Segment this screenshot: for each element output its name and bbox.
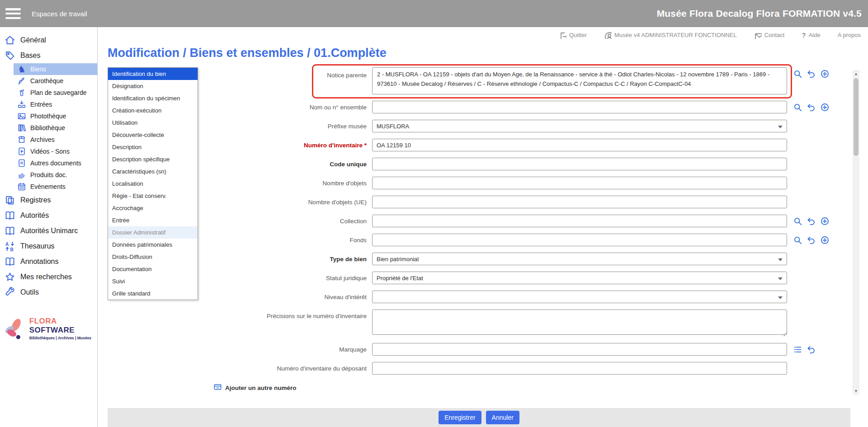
undo-icon[interactable] (807, 103, 816, 112)
section-tab-identification-du-bien[interactable]: Identification du bien (108, 68, 198, 80)
books-icon (17, 123, 26, 132)
sidebar-item-label: Produits doc. (30, 171, 67, 178)
sidebar-item-autorit-s[interactable]: Autorités (0, 208, 97, 223)
section-tab-dossier-administratif[interactable]: Dossier Administratif (108, 226, 198, 239)
search-icon[interactable] (793, 216, 802, 226)
sidebar-item-label: Registres (20, 196, 51, 204)
sheets-icon (17, 170, 26, 179)
section-tab-donn-es-patrimoniales[interactable]: Données patrimoniales (108, 239, 198, 251)
sidebar-item-autorit-s-unimarc[interactable]: Autorités Unimarc (0, 223, 97, 239)
hamburger-menu-icon[interactable] (5, 8, 21, 19)
add-card-icon (213, 383, 222, 393)
label-collection: Collection (198, 215, 372, 225)
scroll-up-icon[interactable]: ▲ (853, 70, 859, 77)
undo-icon[interactable] (807, 345, 816, 354)
workspace-label[interactable]: Espaces de travail (32, 10, 87, 18)
input-nombre-objets[interactable] (372, 177, 787, 189)
sidebar-item-label: Bases (20, 52, 40, 60)
sidebar-item-registres[interactable]: Registres (0, 192, 97, 208)
contact-button[interactable]: Contact (754, 31, 785, 39)
sidebar-item-autres-documents[interactable]: Autres documents (14, 157, 97, 169)
section-tab-droits-diffusion[interactable]: Droits-Diffusion (108, 251, 198, 263)
undo-icon[interactable] (807, 69, 816, 79)
section-tab-r-gie-etat-conserv-[interactable]: Régie - Etat conserv. (108, 190, 198, 202)
sidebar-item-entr-es[interactable]: Entrées (14, 99, 97, 110)
input-prefixe-musee[interactable]: MUSFLORA (372, 120, 787, 132)
sidebar-item-ev-nements[interactable]: Evènements (14, 181, 97, 192)
sidebar-item-label: Autorités (20, 211, 49, 220)
user-menu[interactable]: Musée v4 ADMINISTRATEUR FONCTIONNEL (604, 31, 737, 39)
add-icon[interactable] (820, 235, 830, 245)
sidebar-item-phototh-que[interactable]: Photothèque (14, 110, 97, 122)
sidebar-item-outils[interactable]: Outils (0, 285, 97, 300)
section-tab-description-sp-cifique[interactable]: Description spécifique (108, 153, 198, 165)
add-icon[interactable] (820, 69, 830, 79)
add-icon[interactable] (820, 216, 830, 226)
section-tab-documentation[interactable]: Documentation (108, 263, 198, 275)
add-icon[interactable] (820, 103, 830, 112)
section-tab-grille-standard[interactable]: Grille standard (108, 287, 198, 300)
input-nombre-objets-ue[interactable] (372, 196, 787, 208)
sidebar-item-mes-recherches[interactable]: Mes recherches (0, 269, 97, 285)
input-statut-juridique[interactable]: Propriété de l'Etat (372, 272, 787, 284)
input-type-de-bien[interactable]: Bien patrimonial (372, 253, 787, 265)
sidebar-item-bases[interactable]: Bases (0, 48, 97, 63)
section-tab-d-couverte-collecte[interactable]: Découverte-collecte (108, 129, 198, 141)
search-icon[interactable] (793, 69, 802, 79)
sidebar-item-archives[interactable]: Archives (14, 134, 97, 145)
input-niveau-interet[interactable] (372, 291, 787, 303)
form-row-nombre-objets: Nombre d'objets (198, 177, 868, 189)
search-icon[interactable] (793, 103, 802, 112)
flora-logo-petals (3, 315, 26, 342)
form-row-fonds: Fonds (198, 234, 868, 246)
input-numero-inventaire-deposant[interactable] (372, 362, 787, 375)
section-tab-accrochage[interactable]: Accrochage (108, 202, 198, 214)
section-tab-identification-du-sp-cimen[interactable]: Identification du spécimen (108, 92, 198, 104)
list-icon[interactable] (793, 345, 802, 354)
sidebar-item-label: Thesaurus (20, 242, 55, 250)
section-tab-cr-ation-ex-cution[interactable]: Création-exécution (108, 104, 198, 117)
vertical-scrollbar[interactable]: ▲ ▼ (853, 70, 859, 394)
input-nom-ensemble[interactable] (372, 101, 787, 113)
search-icon[interactable] (793, 235, 802, 245)
section-nav: Identification du bienDésignationIdentif… (108, 67, 198, 300)
section-tab-description[interactable]: Description (108, 141, 198, 153)
sidebar-item-g-n-ral[interactable]: Général (0, 33, 97, 48)
input-collection[interactable] (372, 215, 787, 227)
input-numero-inventaire[interactable] (372, 139, 787, 151)
quitter-button[interactable]: Quitter (559, 31, 587, 39)
aide-button[interactable]: ? Aide (802, 31, 820, 39)
book-open-icon (5, 210, 15, 221)
sidebar-item-plan-de-sauvegarde[interactable]: Plan de sauvegarde (14, 87, 97, 99)
help-icon: ? (802, 31, 806, 39)
input-code-unique[interactable] (372, 158, 787, 170)
section-tab-localisation[interactable]: Localisation (108, 178, 198, 190)
add-other-number-link[interactable]: Ajouter un autre numéro (213, 383, 868, 393)
sidebar-item-annotations[interactable]: Annotations (0, 254, 97, 269)
section-tab-suivi[interactable]: Suivi (108, 275, 198, 287)
section-tab-d-signation[interactable]: Désignation (108, 80, 198, 92)
undo-icon[interactable] (807, 216, 816, 226)
section-tab-utilisation[interactable]: Utilisation (108, 117, 198, 129)
save-button[interactable]: Enregistrer (439, 411, 481, 424)
sidebar-item-biens[interactable]: ♞Biens (14, 63, 97, 75)
scrollbar-thumb[interactable] (854, 78, 859, 156)
input-marquage[interactable] (372, 343, 787, 356)
input-precisions-numero-inventaire[interactable] (372, 310, 787, 335)
undo-icon[interactable] (807, 235, 816, 245)
apropos-button[interactable]: A propos (838, 32, 861, 38)
sidebar-item-biblioth-que[interactable]: Bibliothèque (14, 122, 97, 134)
sidebar-item-vid-os-sons[interactable]: Vidéos - Sons (14, 145, 97, 157)
cancel-button[interactable]: Annuler (486, 411, 519, 424)
sidebar-item-produits-doc-[interactable]: Produits doc. (14, 169, 97, 181)
section-tab-entr-e[interactable]: Entrée (108, 214, 198, 226)
document-icon (17, 159, 26, 168)
input-notice-parente[interactable]: 2 - MUSFLORA - OA 12159 - objets d'art d… (372, 67, 787, 94)
sidebar: GénéralBases♞BiensCarothèquePlan de sauv… (0, 27, 98, 427)
sidebar-item-caroth-que[interactable]: Carothèque (14, 75, 97, 87)
section-tab-caract-ristiques-sn-[interactable]: Caractéristiques (sn) (108, 165, 198, 178)
input-fonds[interactable] (372, 234, 787, 246)
sidebar-item-thesaurus[interactable]: ABThesaurus (0, 239, 97, 254)
sidebar-item-label: Vidéos - Sons (30, 148, 70, 155)
scroll-down-icon[interactable]: ▼ (853, 387, 859, 394)
